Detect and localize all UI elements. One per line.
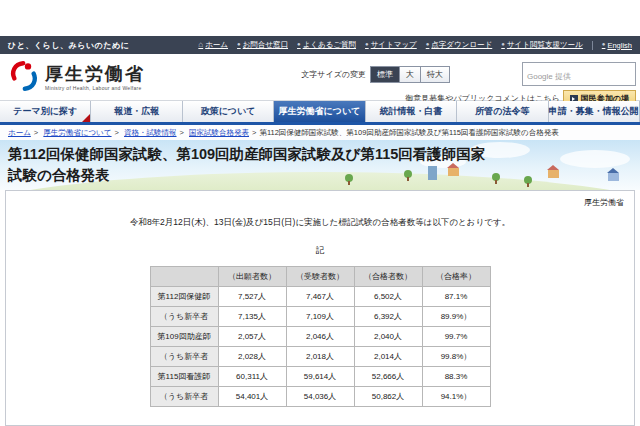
table-header-row: （出願者数） （受験者数） （合格者数） （合格率） [150, 267, 490, 287]
site-search-input[interactable]: Google 提供 [522, 62, 636, 86]
exam-label-cell: 第115回看護師 [150, 367, 218, 387]
font-size-button[interactable]: 標準 [370, 66, 400, 83]
mhlw-logo-mark-icon [8, 60, 40, 96]
applicants-cell: 7,527人 [218, 287, 286, 307]
breadcrumb-link[interactable]: ホーム [8, 128, 31, 137]
site-tagline: ひと、くらし、みらいのために [8, 40, 129, 51]
utility-link-label: サイトマップ [371, 40, 417, 50]
house-illustration [608, 173, 619, 181]
issuing-agency: 厚生労働省 [6, 191, 634, 208]
arrow-circle-icon [501, 41, 505, 49]
nav-tab[interactable]: 所管の法令等 [457, 101, 548, 122]
breadcrumb-link[interactable]: 国家試験合格発表 [189, 128, 249, 137]
passers-cell: 2,014人 [354, 347, 422, 367]
table-row: （うち新卒者 7,135人 7,109人 6,392人 89.9%） [150, 307, 490, 327]
pass-rate-cell: 99.7% [422, 327, 490, 347]
nav-tab-label: 厚生労働省について [279, 105, 361, 118]
nav-tab-label: テーマ別に探す [13, 105, 77, 118]
tree-illustration [492, 173, 500, 181]
table-header-cell [150, 267, 218, 287]
pass-rate-cell: 94.1%） [422, 387, 490, 407]
utility-link[interactable]: サイト閲覧支援ツール [501, 40, 583, 50]
breadcrumb-separator: > [180, 128, 184, 137]
applicants-cell: 54,401人 [218, 387, 286, 407]
site-header: 厚生労働省 Ministry of Health, Labour and Wel… [0, 54, 640, 100]
house-illustration [548, 170, 559, 178]
utility-link[interactable]: お問合せ窓口 [237, 40, 288, 50]
utility-link[interactable]: ホーム [198, 40, 228, 50]
exam-label-cell: （うち新卒者 [150, 387, 218, 407]
passers-cell: 6,392人 [354, 307, 422, 327]
pass-rate-cell: 87.1% [422, 287, 490, 307]
content-box: 厚生労働省 令和8年2月12日(木)、13日(金)及び15日(日)に実施した標記… [5, 190, 635, 426]
pass-rate-cell: 88.3% [422, 367, 490, 387]
examinees-cell: 54,036人 [286, 387, 354, 407]
page-title-banner: 第112回保健師国家試験、第109回助産師国家試験及び第115回看護師国家試験の… [0, 140, 640, 190]
utility-link[interactable]: サイトマップ [365, 40, 417, 50]
table-row: 第109回助産師 2,057人 2,046人 2,040人 99.7% [150, 327, 490, 347]
breadcrumb-separator: > [34, 128, 38, 137]
passers-cell: 6,502人 [354, 287, 422, 307]
table-header-cell: （出願者数） [218, 267, 286, 287]
utility-link[interactable]: 点字ダウンロード [426, 40, 493, 50]
announcement-text: 令和8年2月12日(木)、13日(金)及び15日(日)に実施した標記試験の合格者… [6, 217, 634, 229]
nav-tab[interactable]: 統計情報・白書 [366, 101, 457, 122]
table-head: （出願者数） （受験者数） （合格者数） （合格率） [150, 267, 490, 287]
table-row: 第112回保健師 7,527人 7,467人 6,502人 87.1% [150, 287, 490, 307]
breadcrumb-link[interactable]: 厚生労働省について [43, 128, 111, 137]
font-size-label: 文字サイズの変更 [301, 69, 366, 80]
utility-links: ホーム お問合せ窓口 よくあるご質問 サイトマップ 点字ダウンロード サイト閲覧… [198, 40, 632, 50]
utility-link-label: ホーム [205, 40, 228, 50]
nav-tab-label: 申請・募集・情報公開 [549, 105, 639, 118]
table-header-cell: （合格率） [422, 267, 490, 287]
table-body: 第112回保健師 7,527人 7,467人 6,502人 87.1% （うち新… [150, 287, 490, 407]
utility-bar: ひと、くらし、みらいのために ホーム お問合せ窓口 よくあるご質問 サイトマップ… [0, 36, 640, 54]
passers-cell: 50,862人 [354, 387, 422, 407]
applicants-cell: 2,057人 [218, 327, 286, 347]
exam-label-cell: （うち新卒者 [150, 347, 218, 367]
applicants-cell: 2,028人 [218, 347, 286, 367]
nav-tab[interactable]: 報道・広報 [91, 101, 182, 122]
examinees-cell: 2,046人 [286, 327, 354, 347]
utility-link-label: 点字ダウンロード [431, 40, 492, 50]
utility-link[interactable]: よくあるご質問 [297, 40, 356, 50]
note-heading: 記 [6, 245, 634, 257]
breadcrumb-current: 第112回保健師国家試験、第109回助産師国家試験及び第115回看護師国家試験の… [259, 128, 558, 138]
passers-cell: 52,666人 [354, 367, 422, 387]
mhlw-logo[interactable]: 厚生労働省 Ministry of Health, Labour and Wel… [8, 60, 145, 96]
cloud-illustration [560, 150, 630, 168]
breadcrumb-separator: > [115, 128, 119, 137]
breadcrumb-link[interactable]: 資格・試験情報 [124, 128, 177, 137]
examinees-cell: 7,109人 [286, 307, 354, 327]
home-icon [198, 41, 203, 49]
nav-tab[interactable]: テーマ別に探す [0, 101, 91, 122]
utility-link-label: よくあるご質問 [303, 40, 356, 50]
nav-tab-label: 政策について [201, 105, 256, 118]
examinees-cell: 7,467人 [286, 287, 354, 307]
arrow-circle-icon [365, 41, 369, 49]
exam-label-cell: 第109回助産師 [150, 327, 218, 347]
font-size-button[interactable]: 大 [400, 66, 421, 83]
tree-illustration [524, 176, 532, 184]
arrow-circle-icon [426, 41, 430, 49]
font-size-button[interactable]: 特大 [421, 66, 450, 83]
table-row: 第115回看護師 60,311人 59,614人 52,666人 88.3% [150, 367, 490, 387]
nav-tab[interactable]: 政策について [183, 101, 274, 122]
nav-tab[interactable]: 厚生労働省について [274, 101, 365, 122]
utility-link-label: お問合せ窓口 [243, 40, 288, 50]
applicants-cell: 7,135人 [218, 307, 286, 327]
nav-tab[interactable]: 申請・募集・情報公開 [549, 101, 640, 122]
table-header-cell: （合格者数） [354, 267, 422, 287]
arrow-circle-icon [237, 41, 241, 49]
top-whitespace [0, 0, 640, 36]
applicants-cell: 60,311人 [218, 367, 286, 387]
table-row: （うち新卒者 54,401人 54,036人 50,862人 94.1%） [150, 387, 490, 407]
utility-link-label: English [607, 41, 632, 50]
arrow-circle-icon [297, 41, 301, 49]
table-row: （うち新卒者 2,028人 2,018人 2,014人 99.8%） [150, 347, 490, 367]
nav-tab-label: 統計情報・白書 [379, 105, 442, 118]
exam-label-cell: 第112回保健師 [150, 287, 218, 307]
font-size-control: 文字サイズの変更 標準 大 特大 [301, 66, 450, 83]
utility-link-label: サイト閲覧支援ツール [507, 40, 583, 50]
utility-link[interactable]: English [592, 41, 632, 50]
